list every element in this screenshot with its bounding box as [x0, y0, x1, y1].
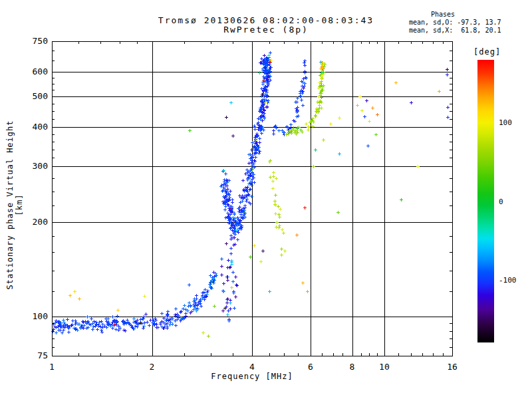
stats-x-mean: mean, sd,X: 61.8, 20.1	[409, 27, 529, 35]
svg-text:4: 4	[249, 362, 255, 372]
gridlines	[52, 41, 452, 356]
svg-text:6: 6	[308, 362, 313, 372]
svg-text:1: 1	[49, 362, 55, 372]
scatter-points	[51, 51, 450, 338]
svg-text:0: 0	[499, 198, 503, 206]
svg-text:16: 16	[447, 362, 458, 372]
phase-stats: Phases mean, sd,O: -97.3, 13.7 mean, sd,…	[409, 11, 529, 35]
ionogram-screen: 124681016751002003004005006007501000-100…	[0, 0, 532, 399]
svg-text:-100: -100	[499, 276, 517, 285]
svg-text:500: 500	[33, 91, 48, 101]
ionogram-plot-svg: 124681016751002003004005006007501000-100	[0, 0, 532, 399]
svg-text:100: 100	[499, 118, 512, 127]
svg-text:75: 75	[37, 350, 48, 360]
svg-text:2: 2	[150, 362, 155, 372]
colorbar-gradient	[477, 60, 494, 342]
x-axis-title: Frequency [MHz]	[52, 372, 452, 381]
stats-title: Phases	[409, 11, 529, 19]
svg-text:400: 400	[33, 122, 48, 132]
colorbar-unit-label: [deg]	[473, 47, 501, 57]
svg-text:750: 750	[33, 36, 48, 46]
svg-text:8: 8	[350, 362, 355, 372]
y-axis-title: Stationary phase Virtual Height [km]	[5, 112, 24, 298]
svg-text:10: 10	[379, 362, 390, 372]
stats-o-mean: mean, sd,O: -97.3, 13.7	[409, 19, 529, 27]
svg-text:600: 600	[33, 66, 48, 76]
svg-text:200: 200	[33, 217, 48, 227]
svg-text:100: 100	[33, 311, 48, 321]
svg-text:300: 300	[33, 161, 48, 171]
colorbar-tick-labels: 1000-100	[499, 118, 517, 284]
